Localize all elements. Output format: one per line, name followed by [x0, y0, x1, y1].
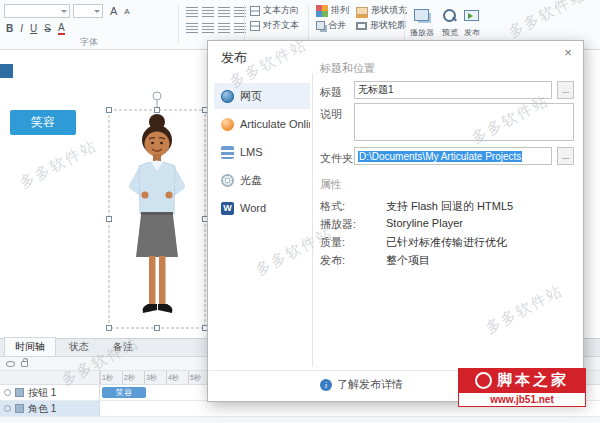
shape-fill-label: 形状填充 [371, 4, 407, 17]
cd-icon [221, 174, 234, 187]
tab-timeline[interactable]: 时间轴 [4, 337, 56, 356]
underline-button[interactable]: U [30, 23, 37, 34]
smile-button-shape[interactable]: 笑容 [10, 110, 76, 135]
learn-publish-link[interactable]: i 了解发布详情 [320, 377, 403, 392]
ruler-spacer [0, 371, 100, 384]
align-center-icon[interactable] [202, 23, 214, 33]
scene-tab[interactable] [0, 64, 13, 78]
tab-states[interactable]: 状态 [58, 337, 100, 356]
timeline-object-bar[interactable]: 笑容 [102, 387, 146, 398]
ribbon-divider [244, 5, 245, 43]
object-icon [15, 388, 24, 397]
shape-outline-button[interactable]: 形状轮廓 [356, 19, 406, 32]
align-text-button[interactable]: 对齐文本 [250, 19, 299, 32]
ruler-tick: 2秒 [122, 371, 144, 384]
publish-scope-value[interactable]: 整个项目 [386, 253, 430, 268]
font-color-button[interactable]: A [58, 22, 65, 35]
publish-icon [464, 10, 479, 21]
italic-button[interactable]: I [20, 23, 23, 34]
shape-fill-icon [356, 7, 368, 15]
browse-title-button[interactable]: ... [557, 81, 574, 99]
align-text-label: 对齐文本 [263, 19, 299, 32]
publish-scope-label: 发布: [320, 253, 345, 268]
jb51-badge-icon [475, 372, 492, 389]
shape-fill-button[interactable]: 形状填充 [356, 4, 407, 17]
learn-publish-label: 了解发布详情 [337, 377, 403, 392]
strikethrough-button[interactable]: S [44, 23, 51, 34]
lock-column-icon[interactable] [21, 361, 28, 367]
description-field-label: 说明 [320, 107, 342, 122]
font-group-label: 字体 [0, 36, 178, 49]
arrange-button[interactable]: 排列 [316, 4, 349, 17]
jb51-watermark-logo: 脚本之家 www.jb51.net [458, 368, 586, 407]
player-prop-label: 播放器: [320, 217, 356, 232]
text-direction-button[interactable]: 文本方向 [250, 4, 299, 17]
visibility-column-icon[interactable] [6, 361, 15, 367]
font-family-select[interactable] [4, 4, 70, 18]
character-illustration[interactable] [102, 88, 212, 338]
format-value[interactable]: 支持 Flash 回退的 HTML5 [386, 199, 513, 214]
shape-outline-label: 形状轮廓 [370, 19, 406, 32]
shrink-font-icon[interactable]: A [124, 7, 129, 16]
timeline-row-name: 按钮 1 [28, 386, 56, 400]
eye-icon[interactable] [4, 405, 11, 412]
timeline-row-header: 按钮 1 [0, 385, 100, 400]
browse-folder-button[interactable]: ... [557, 147, 574, 165]
bullets-icon[interactable] [186, 7, 198, 17]
storyline-app-window: A A B I U S A 字体 文本方向 [0, 0, 600, 423]
title-input[interactable]: 无标题1 [354, 81, 552, 99]
tab-notes[interactable]: 备注 [102, 337, 144, 356]
section-properties: 属性 [320, 177, 342, 192]
merge-button[interactable]: 合并 [316, 19, 346, 32]
jb51-logo-url: www.jb51.net [458, 393, 586, 407]
publish-button[interactable] [458, 3, 484, 27]
dialog-title: 发布 [221, 49, 247, 67]
publish-nav-lms[interactable]: LMS [214, 139, 310, 165]
player-label: 播放器 [408, 27, 436, 38]
publish-nav-word[interactable]: W Word [214, 195, 310, 221]
lms-icon [221, 146, 234, 159]
bold-button[interactable]: B [6, 23, 13, 34]
nav-label: LMS [240, 146, 263, 158]
ribbon-divider [308, 5, 309, 43]
arrange-label: 排列 [331, 4, 349, 17]
section-title-location: 标题和位置 [320, 61, 375, 76]
arrange-icon [316, 5, 328, 17]
player-button[interactable] [408, 3, 434, 27]
quality-value[interactable]: 已针对标准传输进行优化 [386, 235, 507, 250]
description-input[interactable] [354, 103, 574, 141]
quality-label: 质量: [320, 235, 345, 250]
title-field-label: 标题 [320, 85, 342, 100]
folder-field-label: 文件夹 [320, 151, 353, 166]
align-text-icon [250, 21, 260, 31]
player-icon [414, 9, 429, 21]
text-direction-icon [250, 6, 260, 16]
align-right-icon[interactable] [218, 23, 230, 33]
publish-nav-web[interactable]: 网页 [214, 83, 310, 109]
shape-outline-icon [356, 22, 367, 30]
jb51-logo-text: 脚本之家 [497, 371, 569, 390]
format-label: 格式: [320, 199, 345, 214]
outdent-icon[interactable] [218, 7, 230, 17]
publish-dialog: 发布 × 网页 Articulate Online LMS 光盘 W Word … [207, 40, 584, 402]
nav-label: Word [240, 202, 266, 214]
ruler-tick: 4秒 [166, 371, 188, 384]
close-icon[interactable]: × [560, 45, 576, 61]
ribbon-divider [404, 5, 405, 43]
globe-icon [221, 90, 234, 103]
publish-nav-cd[interactable]: 光盘 [214, 167, 310, 193]
folder-input[interactable]: D:\Documents\My Articulate Projects [354, 147, 552, 165]
eye-icon[interactable] [4, 389, 11, 396]
numbering-icon[interactable] [202, 7, 214, 17]
nav-label: 网页 [240, 89, 262, 104]
timeline-row-name: 角色 1 [28, 402, 56, 416]
align-left-icon[interactable] [186, 23, 198, 33]
ribbon-divider [178, 5, 179, 43]
font-size-select[interactable] [73, 4, 103, 18]
grow-font-icon[interactable]: A [110, 5, 117, 17]
publish-nav-articulate-online[interactable]: Articulate Online [214, 111, 310, 137]
rotate-handle-icon [153, 92, 161, 100]
player-prop-value[interactable]: Storyline Player [386, 217, 463, 229]
ruler-tick: 1秒 [100, 371, 122, 384]
object-icon [15, 404, 24, 413]
